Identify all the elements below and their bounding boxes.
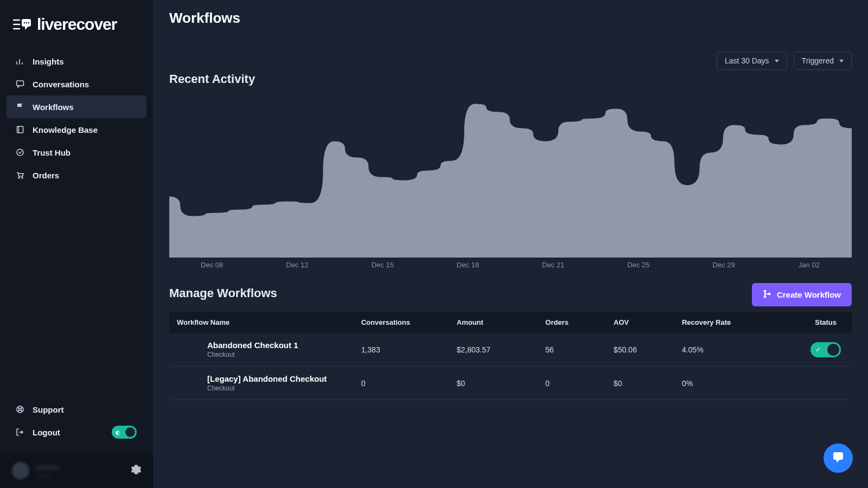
sidebar-item-logout[interactable]: Logout: [7, 421, 112, 444]
x-tick: Dec 08: [169, 261, 254, 269]
manage-workflows-title: Manage Workflows: [169, 286, 277, 300]
branch-icon: [763, 290, 771, 300]
sidebar-item-label: Logout: [33, 428, 60, 437]
main-content: Workflows Last 30 Days Triggered Recent …: [153, 0, 868, 488]
svg-line-19: [21, 407, 23, 409]
workflow-name: Abandoned Checkout 1: [207, 341, 346, 350]
user-name: ———: [36, 463, 125, 472]
bar-chart-icon: [15, 56, 25, 66]
check-circle-icon: [15, 147, 25, 157]
cell-orders: 56: [538, 333, 606, 367]
svg-point-14: [18, 177, 20, 178]
date-range-dropdown[interactable]: Last 30 Days: [717, 52, 787, 70]
flag-icon: [15, 102, 25, 112]
life-buoy-icon: [15, 404, 25, 414]
cell-aov: $50.06: [606, 333, 674, 367]
svg-line-20: [18, 410, 20, 412]
sidebar-item-label: Insights: [33, 57, 64, 66]
svg-point-16: [17, 406, 23, 413]
moon-icon: ◐: [116, 429, 120, 435]
manage-header: Manage Workflows Create Workflow: [169, 283, 852, 306]
sidebar-item-label: Conversations: [33, 80, 89, 89]
toggle-knob: [827, 344, 839, 356]
cell-recovery-rate: 0%: [674, 367, 783, 400]
workflow-name: [Legacy] Abandoned Checkout: [207, 374, 346, 383]
user-profile[interactable]: ——— ———: [0, 453, 153, 488]
svg-point-23: [764, 290, 765, 292]
cell-orders: 0: [538, 367, 606, 400]
x-tick: Dec 15: [340, 261, 425, 269]
table-row[interactable]: [Legacy] Abandoned Checkout Checkout 0 $…: [169, 367, 852, 400]
brand: liverecover: [0, 10, 153, 50]
svg-point-25: [768, 293, 770, 294]
workflow-type: Checkout: [207, 351, 346, 358]
check-icon: ✓: [815, 346, 821, 354]
sidebar-item-label: Knowledge Base: [33, 125, 98, 134]
metric-dropdown[interactable]: Triggered: [794, 52, 852, 70]
cell-conversations: 0: [354, 367, 449, 400]
svg-point-24: [764, 296, 765, 297]
x-tick: Dec 29: [681, 261, 767, 269]
workflows-table: Workflow Name Conversations Amount Order…: [169, 312, 852, 400]
workflow-type: Checkout: [207, 384, 346, 392]
recent-activity-chart: Dec 08Dec 12Dec 15Dec 18Dec 21Dec 25Dec …: [169, 95, 852, 269]
sidebar: liverecover Insights Conversations Workf…: [0, 0, 153, 488]
x-tick: Jan 02: [767, 261, 852, 269]
intercom-chat-button[interactable]: [824, 444, 853, 473]
main-nav: Insights Conversations Workflows Knowled…: [0, 50, 153, 187]
cell-aov: $0: [606, 367, 674, 400]
page-title: Workflows: [169, 10, 852, 27]
x-tick: Dec 12: [254, 261, 340, 269]
sidebar-item-workflows[interactable]: Workflows: [7, 95, 146, 118]
x-tick: Dec 18: [425, 261, 510, 269]
sidebar-item-label: Workflows: [33, 102, 74, 112]
sidebar-item-conversations[interactable]: Conversations: [7, 73, 146, 95]
col-status: Status: [783, 312, 852, 333]
sidebar-item-knowledge-base[interactable]: Knowledge Base: [7, 118, 146, 141]
user-meta: ——— ———: [36, 463, 125, 478]
create-workflow-button[interactable]: Create Workflow: [752, 283, 852, 306]
cell-amount: $0: [449, 367, 538, 400]
x-tick: Dec 25: [596, 261, 681, 269]
col-amount: Amount: [449, 312, 538, 333]
cell-amount: $2,803.57: [449, 333, 538, 367]
avatar: [12, 462, 29, 479]
chart-x-axis: Dec 08Dec 12Dec 15Dec 18Dec 21Dec 25Dec …: [169, 261, 852, 269]
col-aov: AOV: [606, 312, 674, 333]
svg-point-4: [24, 22, 25, 24]
svg-rect-10: [17, 81, 24, 86]
metric-label: Triggered: [802, 56, 834, 65]
gear-icon[interactable]: [131, 465, 141, 477]
svg-point-17: [19, 408, 22, 411]
table-row[interactable]: Abandoned Checkout 1 Checkout 1,383 $2,8…: [169, 333, 852, 367]
cell-conversations: 1,383: [354, 333, 449, 367]
book-icon: [15, 125, 25, 134]
col-conversations: Conversations: [354, 312, 449, 333]
recent-activity-title: Recent Activity: [169, 72, 852, 86]
sidebar-item-label: Support: [33, 405, 64, 414]
svg-point-5: [26, 22, 28, 24]
col-workflow-name: Workflow Name: [169, 312, 354, 333]
sidebar-item-insights[interactable]: Insights: [7, 50, 146, 73]
sidebar-bottom: Support Logout ◐ ——— ———: [0, 398, 153, 488]
filter-row: Last 30 Days Triggered: [169, 52, 852, 70]
sidebar-item-trust-hub[interactable]: Trust Hub: [7, 141, 146, 164]
chat-icon: [831, 450, 845, 466]
toggle-knob: [125, 427, 135, 437]
sidebar-item-label: Trust Hub: [33, 148, 71, 157]
col-recovery-rate: Recovery Rate: [674, 312, 783, 333]
message-square-icon: [15, 79, 25, 89]
date-range-label: Last 30 Days: [725, 56, 769, 65]
sidebar-item-label: Orders: [33, 171, 59, 180]
shopping-cart-icon: [15, 170, 25, 180]
log-out-icon: [15, 427, 25, 437]
sidebar-item-support[interactable]: Support: [7, 398, 146, 421]
svg-point-6: [28, 22, 30, 24]
col-orders: Orders: [538, 312, 606, 333]
chevron-down-icon: [775, 60, 779, 62]
theme-toggle[interactable]: ◐: [112, 426, 137, 439]
hamburger-chat-icon[interactable]: [13, 18, 31, 31]
status-toggle[interactable]: ✓: [810, 342, 841, 357]
sidebar-item-orders[interactable]: Orders: [7, 164, 146, 187]
create-workflow-label: Create Workflow: [777, 290, 841, 299]
